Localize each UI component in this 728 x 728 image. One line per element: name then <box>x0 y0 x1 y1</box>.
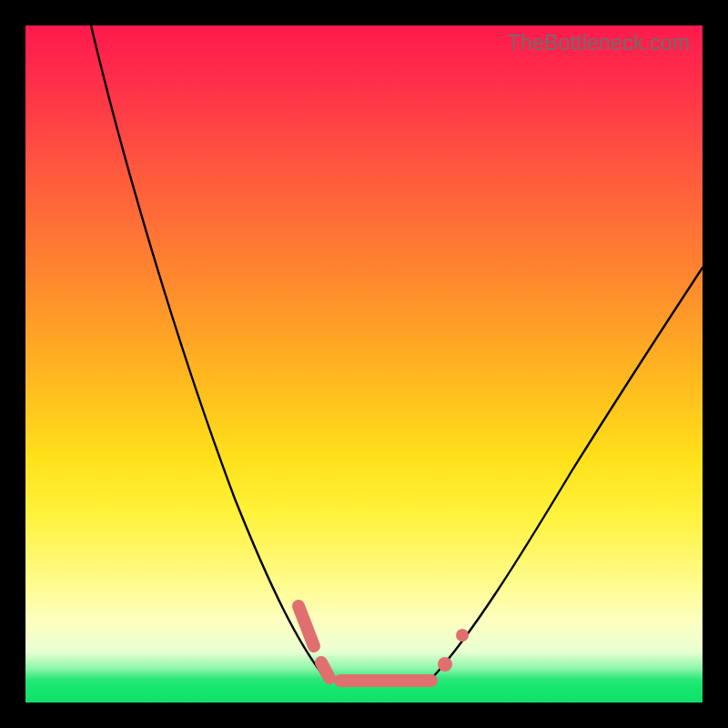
ascent-marker-1 <box>438 657 452 672</box>
right-curve <box>431 268 703 679</box>
ascent-marker-2 <box>456 629 469 642</box>
plot-area: TheBottleneck.com <box>25 25 703 703</box>
left-curve <box>91 25 326 679</box>
chart-frame: TheBottleneck.com <box>0 0 728 728</box>
curve-layer <box>25 25 703 703</box>
left-valley-seg-2 <box>321 662 329 678</box>
